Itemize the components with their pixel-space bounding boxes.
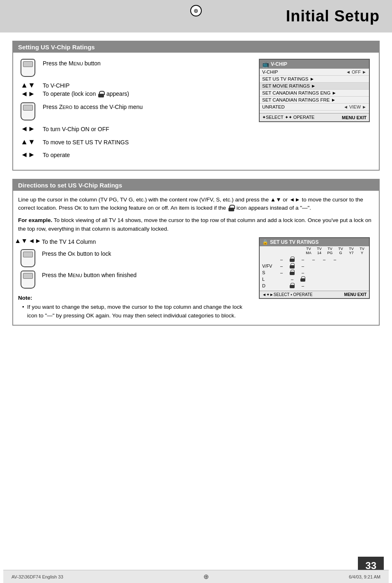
footer-right: 6/4/03, 9:21 AM	[349, 574, 380, 579]
footer-bar: AV-32\36DF74 English 33 ⊕ 6/4/03, 9:21 A…	[3, 570, 389, 583]
tv-cells-d: –	[277, 283, 339, 289]
tv-col-headers-row: TVMA TV14 TVPG TVG TVY7 TVY	[260, 246, 369, 256]
col-header-y: TVY	[357, 247, 367, 255]
lock-cell-s-14	[290, 270, 295, 275]
remote-icon-1	[21, 59, 35, 77]
tv-ratings-display: 🔒 SET US TV RATINGS TVMA TV14 TVPG TVG	[259, 237, 374, 320]
lock-cell-vfv-14	[290, 263, 295, 269]
ex-icon-3	[18, 271, 38, 289]
left-right-arrow-1: ◄►	[21, 90, 35, 98]
cdn-eng-label: SET CANADIAN RATINGS ENG ►	[262, 90, 337, 95]
cell-0-y7: –	[320, 257, 329, 262]
note-item-1: If you want to change the setup, move th…	[22, 303, 251, 320]
col-header-pg: TVPG	[325, 247, 334, 255]
cell-0-y: –	[330, 257, 339, 262]
main-content: Setting US V-Chip Ratings Press the MENU…	[0, 32, 392, 342]
cell-d-14	[288, 283, 297, 289]
vchip-menu-item-cdn-eng: SET CANADIAN RATINGS ENG ►	[260, 90, 369, 97]
section2-title: Directions to set US V-Chip Ratings	[13, 180, 379, 191]
instr-text-5: To move to SET US TV RATINGS	[43, 138, 251, 147]
row-label-spacer	[289, 247, 304, 255]
cell-s-ma: –	[277, 270, 286, 275]
cell-0-ma: –	[277, 257, 286, 262]
tv-ratings-box: 🔒 SET US TV RATINGS TVMA TV14 TVPG TVG	[259, 237, 370, 299]
instr-row-6: ◄► To operate	[18, 150, 251, 160]
tv-cells-0: – – – – –	[277, 257, 339, 262]
ex-text-1: To the TV 14 Column	[42, 237, 251, 246]
row-label-l: L	[262, 277, 277, 282]
combo-lr-1: ◄►	[28, 237, 42, 245]
combo-arrows-1: ▲▼ ◄►	[14, 237, 41, 245]
us-tv-label: SET US TV RATINGS ►	[262, 76, 314, 81]
tv-cells-s: – –	[277, 270, 339, 275]
tv-footer-exit: MENU EXIT	[344, 292, 367, 297]
for-example-label: For example.	[18, 217, 52, 223]
instr-icon-4: ◄►	[18, 125, 38, 133]
tv-ratings-row-s: S – –	[260, 269, 369, 276]
lock-header-icon: 🔒	[262, 239, 268, 245]
instr-text-4: To turn V-Chip ON or OFF	[43, 125, 251, 134]
section1-two-col: Press the MENU button ▲▼ ◄► To V-CHIP	[18, 59, 374, 164]
decorative-circle: ⊕	[190, 5, 202, 16]
cell-l-pg	[298, 276, 307, 282]
lock-icon-inline-1	[98, 91, 104, 97]
vchip-menu-box: 📺 V-CHIP V-CHIP ◄ OFF ► SET US TV RATING…	[259, 59, 370, 122]
remote-screen-4	[23, 273, 33, 279]
tv-col-headers: TVMA TV14 TVPG TVG TVY7 TVY	[304, 247, 367, 255]
tv-ratings-row-d: D –	[260, 282, 369, 289]
ex-text-3: Press the MENU button when finished	[42, 271, 251, 280]
row-label-vfv: V/FV	[262, 264, 277, 268]
directions-para1: Line up the cursor in the column (TV PG,…	[18, 196, 374, 213]
tv-ratings-header-label: SET US TV RATINGS	[270, 239, 318, 245]
cell-s-pg: –	[298, 270, 307, 275]
tv-ratings-footer: ◄✦►SELECT ▪ OPERATE MENU EXIT	[260, 291, 369, 298]
note-section: Note: If you want to change the setup, m…	[18, 295, 251, 320]
instr-row-4: ◄► To turn V-Chip ON or OFF	[18, 125, 251, 134]
vchip-menu-footer: ✦SELECT ✦✦ OPERATE MENU EXIT	[260, 113, 369, 121]
col-header-ma: TVMA	[304, 247, 313, 255]
vchip-menu-header: 📺 V-CHIP	[260, 60, 369, 69]
instr-row-3: Press ZERO to access the V-Chip menu	[18, 102, 251, 120]
instr-row-5: ▲▼ To move to SET US TV RATINGS	[18, 138, 251, 147]
cell-d-pg: –	[298, 283, 307, 288]
cell-vfv-pg: –	[298, 264, 307, 268]
tv-ratings-row-l: L –	[260, 276, 369, 282]
lock-icon-inline-2	[228, 205, 234, 211]
left-right-arrow-2: ◄►	[21, 125, 35, 133]
instr-row-1: Press the MENU button	[18, 59, 251, 77]
instr-row-2: ▲▼ ◄► To V-CHIP To operate (lock icon ap…	[18, 81, 251, 98]
ex-icon-1: ▲▼ ◄►	[18, 237, 38, 245]
vchip-footer-select: ✦SELECT ✦✦ OPERATE	[262, 115, 314, 120]
tv-ratings-row-0: – – – – –	[260, 256, 369, 263]
unrated-value: ◄ VIEW ►	[344, 104, 367, 109]
tv-ratings-row-vfv: V/FV – –	[260, 263, 369, 269]
cell-l-14: –	[288, 277, 297, 282]
directions-para2: For example. To block viewing of all TV …	[18, 216, 374, 233]
col-header-y7: TVY7	[347, 247, 356, 255]
cell-s-14	[288, 270, 297, 275]
vchip-value: ◄ OFF ►	[346, 69, 367, 74]
ex-text-2: Press the OK button to lock	[42, 249, 251, 258]
col-header-14: TV14	[315, 247, 324, 255]
vchip-menu-item-us-tv: SET US TV RATINGS ►	[260, 76, 369, 83]
section1-menu-display: 📺 V-CHIP V-CHIP ◄ OFF ► SET US TV RATING…	[259, 59, 374, 164]
cell-0-g: –	[309, 257, 318, 262]
left-right-arrow-3: ◄►	[21, 150, 35, 159]
remote-icon-2	[21, 102, 35, 120]
vchip-menu-item-cdn-fre: SET CANADIAN RATINGS FRE ►	[260, 97, 369, 104]
ex-instr-row-2: Press the OK button to lock	[18, 249, 251, 267]
cell-vfv-14	[288, 263, 297, 269]
instr-text-6: To operate	[43, 150, 251, 160]
col-header-g: TVG	[336, 247, 345, 255]
vchip-menu-header-label: V-CHIP	[271, 61, 287, 67]
note-list: If you want to change the setup, move th…	[18, 303, 251, 320]
section1-body: Press the MENU button ▲▼ ◄► To V-CHIP	[13, 53, 379, 170]
ex-icon-2	[18, 249, 38, 267]
row-label-s: S	[262, 270, 277, 275]
row-label-d: D	[262, 283, 277, 288]
footer-crosshair: ⊕	[203, 573, 209, 581]
remote-screen-2	[23, 105, 33, 111]
vchip-menu-item-movie: SET MOVIE RATINGS ►	[260, 83, 369, 90]
note-title: Note:	[18, 295, 251, 301]
vchip-footer-exit: MENU EXIT	[342, 115, 367, 120]
